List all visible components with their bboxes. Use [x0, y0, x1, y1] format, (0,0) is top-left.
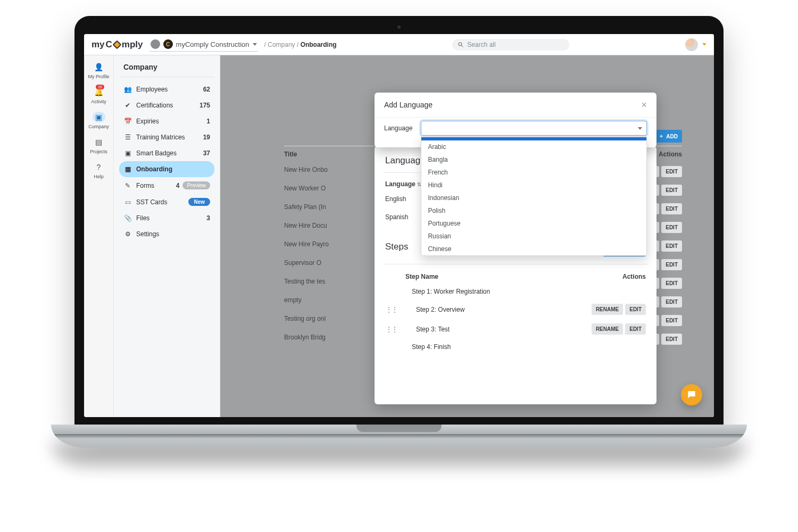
edit-button[interactable]: EDIT [661, 259, 682, 270]
language-option[interactable]: Russian [421, 230, 646, 243]
sidebar-count: 4 [176, 182, 180, 189]
rail-company[interactable]: ▣ Company [88, 112, 109, 129]
new-pill: New [188, 198, 210, 206]
sst-icon: ▭ [123, 198, 132, 206]
plus-icon: ＋ [659, 132, 664, 140]
sidebar-item-files[interactable]: 📎Files3 [119, 210, 214, 226]
language-option[interactable]: Arabic [421, 140, 646, 153]
edit-button[interactable]: EDIT [661, 315, 682, 326]
breadcrumb: / Company / Onboarding [264, 41, 337, 48]
sidebar-item-employees[interactable]: 👥Employees62 [119, 81, 214, 97]
edit-button[interactable]: EDIT [661, 222, 682, 233]
language-option[interactable]: French [421, 166, 646, 179]
edit-button[interactable]: EDIT [661, 240, 682, 252]
rename-button[interactable]: RENAME [592, 304, 623, 315]
crumb-sep: / [297, 41, 298, 48]
rail-activity[interactable]: 🔔 15 Activity [91, 87, 106, 104]
rail-label: My Profile [88, 74, 109, 79]
help-icon: ? [93, 162, 105, 172]
main-area: ＋ ADD Title⇅ Actions New Hire OnboVIEWED… [220, 55, 714, 417]
language-option[interactable]: Indonesian [421, 192, 646, 204]
row-title: New Worker O [284, 185, 326, 196]
sidebar-item-certs[interactable]: ✔Certifications175 [119, 97, 214, 113]
org-switcher[interactable]: C myComply Construction [149, 37, 258, 52]
user-menu[interactable] [685, 38, 706, 51]
rail-help[interactable]: ? Help [93, 162, 105, 179]
sidebar-item-badges[interactable]: ▣Smart Badges37 [119, 145, 214, 161]
brand-mid: C [106, 39, 112, 50]
add-button[interactable]: ＋ ADD [654, 130, 682, 143]
sidebar-label: Expiries [136, 118, 159, 125]
sidebar-item-settings[interactable]: ⚙Settings [119, 226, 214, 242]
brand-diamond-icon [112, 40, 121, 49]
sidebar-count: 62 [203, 86, 210, 93]
edit-button[interactable]: EDIT [661, 278, 682, 289]
edit-button[interactable]: EDIT [661, 334, 682, 345]
sidebar-item-onboard[interactable]: ▦Onboarding [119, 161, 214, 177]
badges-icon: ▣ [123, 149, 132, 157]
search-icon [458, 41, 464, 48]
drag-handle-icon[interactable]: ⋮⋮ [385, 305, 397, 314]
search-input[interactable]: Search all [452, 39, 569, 51]
col-actions: Actions [659, 151, 682, 158]
chat-fab[interactable] [681, 384, 702, 405]
sidebar-item-forms[interactable]: ✎Forms4Preview [119, 177, 214, 194]
folder-icon: ▤ [92, 137, 105, 147]
brand-pre: my [92, 39, 105, 50]
language-option[interactable]: Hindi [421, 179, 646, 192]
step-name: Step 1: Worker Registration [412, 288, 490, 295]
matrices-icon: ☰ [123, 134, 132, 141]
edit-button[interactable]: EDIT [625, 323, 646, 335]
svg-line-1 [462, 45, 463, 47]
edit-button[interactable]: EDIT [661, 185, 682, 196]
language-select[interactable] [421, 121, 647, 136]
caret-down-icon [702, 43, 706, 46]
org-avatar2-icon: C [163, 39, 173, 49]
sidebar-label: Settings [136, 230, 159, 238]
lang-col[interactable]: Language [385, 180, 415, 188]
language-option[interactable]: Portuguese [421, 217, 646, 230]
rail-projects[interactable]: ▤ Projects [90, 137, 107, 154]
sidebar-item-sst[interactable]: ▭SST CardsNew [119, 194, 214, 210]
row-title: New Hire Onbo [284, 166, 328, 177]
org-avatar-icon [151, 39, 160, 49]
sidebar-item-matrices[interactable]: ☰Training Matrices19 [119, 129, 214, 145]
edit-button[interactable]: EDIT [661, 296, 682, 307]
language-option[interactable]: Polish [421, 204, 646, 217]
drag-handle-icon[interactable]: ⋮⋮ [385, 325, 397, 334]
rail-profile[interactable]: 👤 My Profile [88, 62, 109, 79]
step-row: Step 1: Worker Registration [385, 284, 646, 300]
expiries-icon: 📅 [123, 118, 132, 125]
crumb-leaf: Onboarding [301, 41, 337, 48]
person-icon: 👤 [92, 62, 105, 72]
laptop-camera [397, 26, 401, 29]
rename-button[interactable]: RENAME [592, 323, 623, 335]
step-name: Step 4: Finish [412, 343, 451, 351]
topbar: my C mply C myComply Construction / Comp… [84, 34, 714, 55]
edit-button[interactable]: EDIT [661, 166, 682, 177]
language-name: Spanish [385, 213, 408, 225]
edit-button[interactable]: EDIT [625, 304, 646, 315]
language-option[interactable]: Bangla [421, 153, 646, 166]
add-label: ADD [666, 134, 678, 139]
preview-pill: Preview [182, 181, 210, 189]
left-rail: 👤 My Profile 🔔 15 Activity ▣ Company ▤ [84, 55, 114, 417]
language-option[interactable]: Chinese [421, 243, 646, 255]
brand-logo: my C mply [92, 39, 143, 50]
settings-icon: ⚙ [123, 230, 132, 238]
edit-button[interactable]: EDIT [661, 203, 682, 214]
close-icon[interactable]: × [641, 100, 647, 110]
sidebar-item-expiries[interactable]: 📅Expiries1 [119, 113, 214, 129]
sidebar-title: Company [119, 63, 214, 77]
sidebar-count: 37 [203, 149, 210, 157]
crumb-root[interactable]: Company [268, 41, 295, 48]
language-label: Language [384, 121, 412, 132]
col-title[interactable]: Title [284, 151, 297, 158]
sidebar-label: Files [136, 214, 149, 222]
crumb-prefix: / [264, 41, 266, 48]
row-title: Brooklyn Bridg [284, 334, 326, 345]
chevron-down-icon [638, 127, 642, 130]
rail-label: Projects [90, 149, 107, 154]
sidebar-label: Employees [136, 86, 168, 93]
forms-icon: ✎ [123, 182, 132, 189]
